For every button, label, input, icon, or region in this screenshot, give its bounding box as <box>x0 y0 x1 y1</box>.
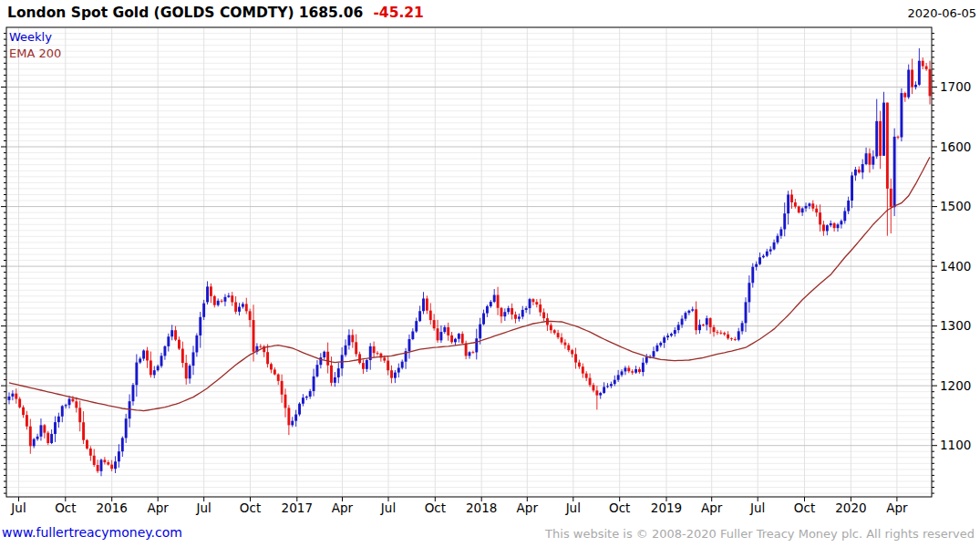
gridlines-minor <box>7 34 931 493</box>
x-axis-label: Oct <box>609 501 630 515</box>
x-axis-label: Apr <box>517 501 539 515</box>
plot-border <box>6 27 932 497</box>
axis-ticks <box>1 34 937 501</box>
y-axis-label: 1500 <box>940 199 971 213</box>
gridlines-vertical <box>19 28 897 496</box>
x-axis-label: Jul <box>196 501 211 515</box>
y-axis-label: 1600 <box>940 139 971 154</box>
x-axis-label: Jul <box>565 501 581 515</box>
x-axis-label: Jul <box>380 501 396 515</box>
y-axis-label: 1200 <box>940 378 971 393</box>
x-axis-label: 2016 <box>97 501 128 515</box>
x-axis-label: Oct <box>240 501 261 515</box>
x-axis-label: Apr <box>148 501 170 515</box>
x-axis-label: Oct <box>425 501 446 515</box>
y-axis-label: 1700 <box>940 79 971 94</box>
y-axis: 1100120013001400150016001700 <box>940 79 971 452</box>
x-axis-label: 2020 <box>835 501 866 515</box>
chart-legend: Weekly EMA 200 <box>9 29 61 62</box>
x-axis-label: Jul <box>749 501 765 515</box>
y-axis-label: 1100 <box>940 438 971 452</box>
x-axis-label: Oct <box>794 501 815 515</box>
x-axis-label: Apr <box>332 501 354 515</box>
x-axis-label: Apr <box>886 501 908 515</box>
legend-timeframe: Weekly <box>9 29 61 46</box>
copyright-text: This website is © 2008-2020 Fuller Treac… <box>545 527 975 541</box>
x-axis-label: 2017 <box>282 501 313 515</box>
x-axis-label: Oct <box>55 501 76 515</box>
website-link[interactable]: www.fullertreacymoney.com <box>2 525 182 540</box>
legend-ema: EMA 200 <box>9 46 61 62</box>
chart-canvas: 1100120013001400150016001700JulOct2016Ap… <box>0 0 980 547</box>
x-axis-label: 2018 <box>466 501 497 515</box>
candlesticks <box>8 48 932 476</box>
x-axis-label: Jul <box>10 501 26 515</box>
x-axis-label: 2019 <box>651 501 682 515</box>
y-axis-label: 1400 <box>940 259 971 274</box>
x-axis: JulOct2016AprJulOct2017AprJulOct2018AprJ… <box>10 501 908 515</box>
y-axis-label: 1300 <box>940 318 971 333</box>
x-axis-label: Apr <box>701 501 723 515</box>
